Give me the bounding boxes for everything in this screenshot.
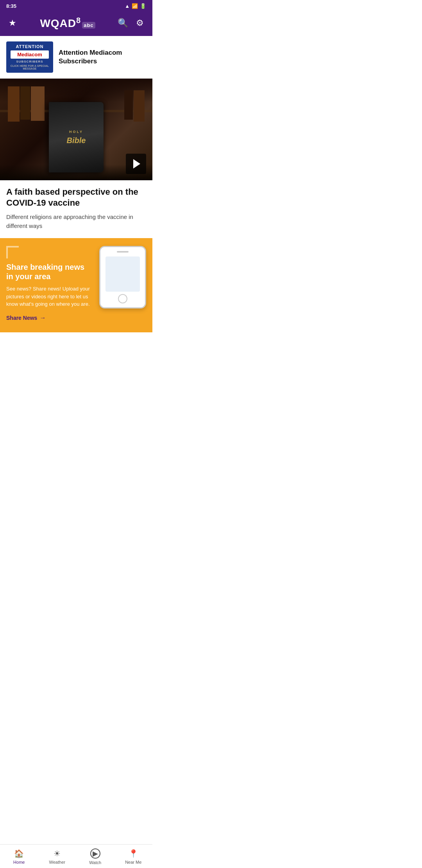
- bottom-spacer: [0, 332, 152, 356]
- search-icon: 🔍: [118, 18, 128, 28]
- share-banner-logo-mark: [6, 246, 19, 258]
- feature-content: A faith based perspective on the COVID-1…: [0, 180, 152, 238]
- favorite-button[interactable]: ★: [6, 18, 19, 28]
- promo-item-mediacom[interactable]: ATTENTION Mediacom SUBSCRIBERS CLICK HER…: [0, 36, 152, 79]
- logo-container: WQAD8abc: [19, 16, 116, 30]
- play-button[interactable]: [126, 154, 146, 174]
- status-bar: 8:35 ▲ 📶 🔋: [0, 0, 152, 12]
- promo-thumbnail: ATTENTION Mediacom SUBSCRIBERS CLICK HER…: [6, 41, 53, 73]
- status-time: 8:35: [6, 3, 16, 9]
- mediacom-brand: Mediacom: [11, 50, 48, 59]
- wifi-icon: 📶: [132, 3, 138, 9]
- battery-icon: 🔋: [140, 3, 146, 9]
- subscribers-label: SUBSCRIBERS: [16, 60, 43, 63]
- phone-illustration: [99, 246, 146, 308]
- logo-wqad: WQAD: [40, 17, 76, 29]
- settings-button[interactable]: ⚙: [134, 18, 146, 28]
- share-banner-text: Share breaking news in your area See new…: [6, 246, 93, 323]
- share-news-cta-container: Share News →: [6, 313, 93, 323]
- cta-text: CLICK HERE FOR A SPECIAL MESSAGE: [9, 65, 51, 70]
- status-icons: ▲ 📶 🔋: [125, 3, 146, 9]
- share-banner-desc: See news? Share news! Upload your pictur…: [6, 285, 93, 308]
- feature-title: A faith based perspective on the COVID-1…: [6, 187, 146, 208]
- cta-arrow: →: [39, 314, 46, 321]
- attention-label: ATTENTION: [16, 44, 43, 49]
- phone-screen: [106, 256, 140, 292]
- feature-image: Holy Bible: [0, 79, 152, 180]
- favorite-icon: ★: [9, 18, 16, 28]
- logo-abc: abc: [82, 22, 95, 29]
- share-banner-headline: Share breaking news in your area: [6, 262, 93, 281]
- settings-icon: ⚙: [136, 18, 144, 28]
- search-button[interactable]: 🔍: [116, 18, 129, 28]
- phone-speaker: [117, 251, 129, 253]
- feature-article[interactable]: Holy Bible A faith based perspective on …: [0, 79, 152, 238]
- feature-summary: Different religions are approaching the …: [6, 213, 146, 230]
- cta-label-text: Share News: [6, 315, 37, 321]
- share-news-label: Share News →: [6, 313, 93, 323]
- promo-title: Attention Mediacom Subscribers: [59, 48, 146, 66]
- bible-decoration: Holy Bible: [49, 102, 104, 172]
- time-display: 8:35: [6, 3, 16, 9]
- navbar: ★ WQAD8abc 🔍 ⚙: [0, 12, 152, 36]
- phone-home-button: [118, 294, 127, 303]
- logo-number: 8: [76, 16, 81, 25]
- share-banner[interactable]: Share breaking news in your area See new…: [0, 238, 152, 332]
- signal-icon: ▲: [125, 3, 130, 9]
- logo-text: WQAD8abc: [40, 16, 95, 30]
- play-icon: [133, 159, 140, 169]
